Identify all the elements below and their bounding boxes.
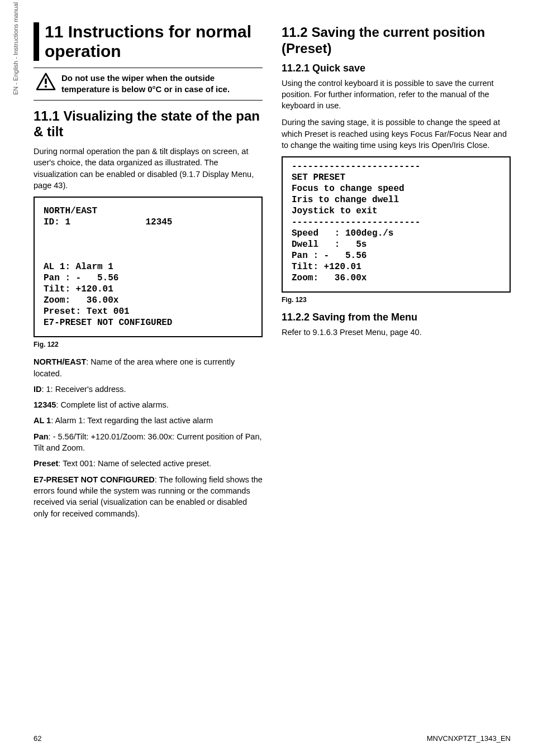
section-11-1-paragraph: During normal operation the pan & tilt d…: [34, 146, 263, 191]
section-11-2-2-heading: 11.2.2 Saving from the Menu: [282, 312, 511, 323]
osd-display-right: ------------------------ SET PRESET Focu…: [282, 156, 511, 293]
term-preset: Preset: Text 001: Name of selected activ…: [34, 458, 263, 469]
figure-122-caption: Fig. 122: [34, 341, 263, 348]
term-pan: Pan: - 5.56/Tilt: +120.01/Zoom: 36.00x: …: [34, 431, 263, 454]
figure-123-caption: Fig. 123: [282, 296, 511, 304]
term-al1: AL 1: Alarm 1: Text regarding the last a…: [34, 415, 263, 426]
document-id: MNVCNXPTZT_1343_EN: [427, 734, 511, 743]
chapter-bar: [34, 22, 39, 61]
section-11-2-1-p2: During the saving stage, it is possible …: [282, 117, 511, 151]
page-number: 62: [34, 734, 41, 743]
warning-box: Do not use the wiper when the outside te…: [34, 68, 263, 101]
right-column: 11.2 Saving the current position (Preset…: [282, 22, 511, 524]
side-manual-label: EN - English - Instructions manual: [12, 2, 19, 95]
osd-display-left: NORTH/EAST ID: 1 12345 AL 1: Alarm 1 Pan…: [34, 197, 263, 337]
svg-rect-2: [45, 85, 47, 88]
chapter-heading: 11 Instructions for normal operation: [34, 22, 263, 61]
section-11-2-1-heading: 11.2.1 Quick save: [282, 63, 511, 74]
term-e7: E7-PRESET NOT CONFIGURED: The following …: [34, 474, 263, 519]
term-id: ID: 1: Receiver's address.: [34, 384, 263, 395]
term-12345: 12345: Complete list of active alarms.: [34, 399, 263, 410]
page-footer: 62 MNVCNXPTZT_1343_EN: [34, 734, 511, 743]
section-11-2-2-p1: Refer to 9.1.6.3 Preset Menu, page 40.: [282, 327, 511, 338]
section-11-1-heading: 11.1 Visualizing the state of the pan & …: [34, 108, 263, 141]
left-column: 11 Instructions for normal operation Do …: [34, 22, 263, 524]
section-11-2-heading: 11.2 Saving the current position (Preset…: [282, 25, 511, 57]
svg-rect-1: [45, 79, 47, 84]
warning-icon: [36, 73, 56, 93]
term-north-east: NORTH/EAST: Name of the area where one i…: [34, 356, 263, 379]
section-11-2-1-p1: Using the control keyboard it is possibl…: [282, 78, 511, 112]
warning-text: Do not use the wiper when the outside te…: [61, 73, 260, 95]
chapter-title: 11 Instructions for normal operation: [45, 22, 263, 61]
